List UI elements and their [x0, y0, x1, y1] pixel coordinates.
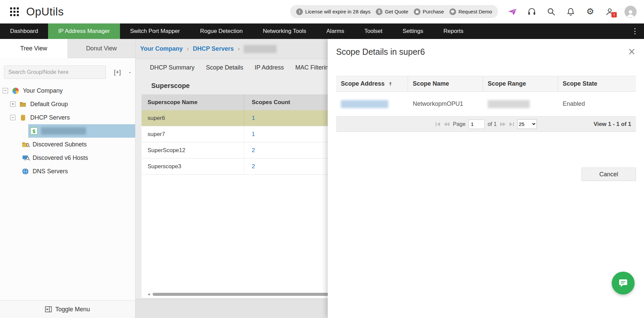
purchase-label: Purchase — [423, 9, 444, 14]
tree-label: Discovered v6 Hosts — [33, 154, 88, 162]
col-scope-range[interactable]: Scope Range — [483, 76, 558, 91]
collapse-icon[interactable]: − — [3, 88, 8, 93]
folder-icon — [19, 100, 27, 108]
scrollbar-thumb[interactable] — [153, 293, 329, 296]
scopes-count-link[interactable]: 2 — [244, 163, 255, 170]
prev-page-icon[interactable] — [444, 122, 450, 127]
breadcrumb-separator-icon: › — [187, 45, 189, 52]
tree-item-your-company[interactable]: − Your Company — [0, 84, 135, 97]
tree-label: Discovered Subnets — [33, 141, 87, 148]
col-superscope-name[interactable]: Superscope Name — [142, 94, 244, 110]
tree-item-dhcp-servers[interactable]: − DHCP Servers — [0, 111, 135, 124]
nav-item-reports[interactable]: Reports — [433, 24, 474, 39]
page-label: Page — [453, 121, 465, 127]
next-page-icon[interactable] — [500, 122, 506, 127]
tab-ip-address[interactable]: IP Address — [249, 64, 290, 71]
sort-icon[interactable]: ▲ ▼ — [389, 82, 392, 86]
nav-item-switch-port-mapper[interactable]: Switch Port Mapper — [120, 24, 190, 39]
tree-label: Your Company — [23, 87, 63, 94]
search-input[interactable] — [4, 65, 106, 79]
apps-grid-icon[interactable] — [10, 7, 19, 16]
headset-icon[interactable] — [527, 7, 536, 16]
dollar-icon: $ — [376, 8, 383, 15]
nav-item-dashboard[interactable]: Dashboard — [0, 24, 48, 39]
of-label: of 1 — [488, 121, 497, 127]
breadcrumb-dhcp-servers[interactable]: DHCP Servers — [193, 45, 234, 52]
nav-item-ip-address-manager[interactable]: IP Address Manager — [48, 24, 120, 39]
nav-item-alarms[interactable]: Alarms — [316, 24, 354, 39]
nav-item-toolset[interactable]: Toolset — [354, 24, 393, 39]
search-icon[interactable] — [547, 7, 556, 16]
pagination-bar: Page of 1 25 View 1 - 1 of 1 — [336, 117, 636, 132]
paper-plane-icon[interactable] — [508, 7, 517, 16]
gear-icon[interactable]: ⚙ — [586, 7, 595, 16]
expand-icon[interactable]: + — [10, 101, 15, 107]
user-alert-icon[interactable]: ! — [605, 7, 614, 16]
col-scope-address[interactable]: Scope Address ▲ ▼ — [336, 76, 408, 91]
breadcrumb-your-company[interactable]: Your Company — [140, 45, 183, 52]
scroll-left-icon[interactable]: ◄ — [147, 292, 151, 296]
scope-table: Scope Address ▲ ▼ Scope Name Scope Range… — [336, 76, 636, 132]
tab-scope-details[interactable]: Scope Details — [200, 64, 249, 71]
tree-item-selected-dhcp-server[interactable]: $ — [0, 124, 135, 138]
first-page-icon[interactable] — [435, 122, 441, 127]
redacted-scope-range — [488, 100, 530, 108]
bell-icon[interactable] — [566, 7, 575, 16]
page-size-select[interactable]: 25 — [517, 119, 537, 129]
scopes-count-link[interactable]: 2 — [244, 147, 255, 154]
scope-name-value: NetworkopmOPU1 — [413, 100, 463, 107]
request-demo-button[interactable]: Request Demo — [449, 8, 492, 15]
toggle-menu-label: Toggle Menu — [55, 306, 90, 313]
view-range-text: View 1 - 1 of 1 — [594, 121, 631, 128]
nav-item-networking-tools[interactable]: Networking Tools — [253, 24, 316, 39]
tab-tree-view[interactable]: Tree View — [0, 39, 68, 58]
superscope-name: super7 — [142, 126, 244, 142]
collapse-all-control[interactable]: - — [129, 69, 131, 76]
chat-widget-button[interactable] — [612, 272, 635, 294]
col-scopes-count[interactable]: Scopes Count — [244, 99, 290, 106]
info-icon: i — [296, 8, 303, 15]
scope-row[interactable]: NetworkopmOPU1 Enabled — [336, 92, 636, 117]
user-avatar[interactable] — [625, 6, 637, 18]
pagination-controls: Page of 1 25 — [435, 119, 536, 129]
col-scope-state[interactable]: Scope State — [558, 76, 636, 91]
scopes-count-link[interactable]: 1 — [244, 131, 255, 138]
nav-item-rogue-detection[interactable]: Rogue Detection — [190, 24, 253, 39]
nav-overflow-icon[interactable]: ⋮ — [626, 24, 644, 39]
tree-item-dns-servers[interactable]: DNS Servers — [0, 165, 135, 178]
tab-donut-view[interactable]: Donut View — [68, 39, 135, 58]
panel-header: Scope Details in super6 × — [328, 39, 644, 57]
scope-details-panel: Scope Details in super6 × Scope Address … — [328, 39, 644, 318]
close-icon[interactable]: × — [628, 47, 635, 57]
tree-item-discovered-v6-hosts[interactable]: Discovered v6 Hosts — [0, 151, 135, 165]
toggle-menu-button[interactable]: Toggle Menu — [0, 300, 135, 318]
dhcp-server-icon: $ — [30, 127, 38, 135]
sidebar-tabs: Tree View Donut View — [0, 39, 135, 58]
get-quote-label: Get Quote — [385, 9, 408, 14]
main-nav: Dashboard IP Address Manager Switch Port… — [0, 24, 644, 39]
expand-all-control[interactable]: [+] — [114, 69, 121, 76]
license-notice: i License will expire in 28 days — [296, 8, 370, 15]
panel-title: Scope Details in super6 — [336, 47, 425, 57]
tree-item-discovered-subnets[interactable]: Discovered Subnets — [0, 138, 135, 151]
horizontal-scrollbar[interactable]: ◄ — [147, 292, 329, 296]
collapse-icon[interactable]: − — [10, 115, 15, 120]
col-scope-name[interactable]: Scope Name — [408, 76, 483, 91]
col-label: Scope Address — [341, 80, 385, 87]
tree-label: Default Group — [30, 101, 68, 108]
col-label: Scope Name — [413, 80, 449, 87]
page-number-input[interactable] — [469, 120, 485, 129]
tab-dhcp-summary[interactable]: DHCP Summary — [144, 64, 200, 71]
selected-tree-highlight[interactable]: $ — [28, 124, 135, 138]
license-text: License will expire in 28 days — [305, 9, 370, 14]
tree-item-default-group[interactable]: + Default Group — [0, 97, 135, 111]
top-bar: OpUtils i License will expire in 28 days… — [0, 0, 644, 24]
last-page-icon[interactable] — [509, 122, 514, 127]
purchase-button[interactable]: Purchase — [414, 8, 444, 15]
get-quote-button[interactable]: $ Get Quote — [376, 8, 408, 15]
redacted-breadcrumb-server[interactable] — [244, 45, 277, 53]
nav-item-settings[interactable]: Settings — [393, 24, 433, 39]
scopes-count-link[interactable]: 1 — [244, 115, 255, 122]
folder-search-icon — [22, 141, 29, 148]
cancel-button[interactable]: Cancel — [581, 168, 636, 181]
